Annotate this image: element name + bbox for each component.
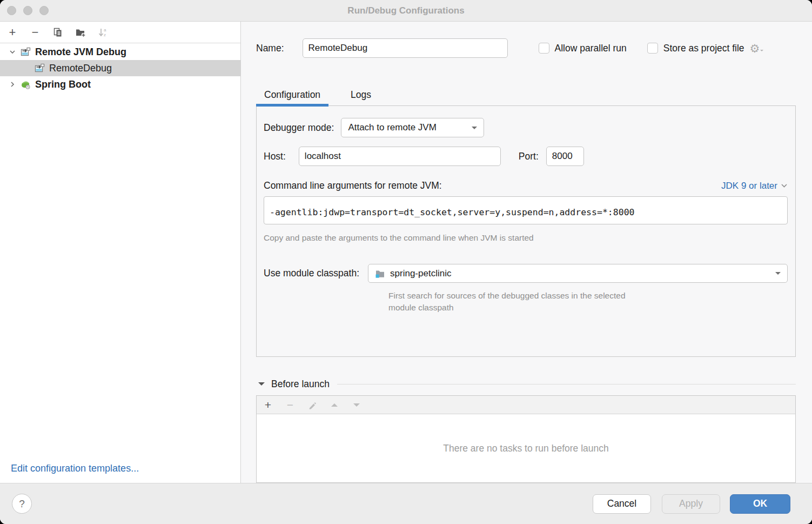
module-classpath-label: Use module classpath: xyxy=(264,268,359,279)
zoom-window-button[interactable] xyxy=(39,6,49,15)
ok-button[interactable]: OK xyxy=(730,494,790,514)
move-down-icon xyxy=(351,400,362,410)
remote-debug-icon xyxy=(21,47,31,57)
empty-tasks-message: There are no tasks to run before launch xyxy=(443,443,608,454)
add-task-button[interactable]: + xyxy=(263,400,273,410)
remove-task-button: − xyxy=(285,400,296,410)
sidebar-toolbar: + − xyxy=(0,22,240,43)
tree-item-remote-jvm-debug[interactable]: Remote JVM Debug xyxy=(0,44,240,60)
debugger-mode-label: Debugger mode: xyxy=(264,122,334,134)
classpath-hint-text: First search for sources of the debugged… xyxy=(388,290,788,314)
module-classpath-value: spring-petclinic xyxy=(390,268,451,279)
store-as-project-file-checkbox[interactable] xyxy=(647,43,658,54)
host-label: Host: xyxy=(264,151,286,162)
tab-configuration[interactable]: Configuration xyxy=(256,84,328,105)
command-line-args-label: Command line arguments for remote JVM: xyxy=(264,180,442,191)
cancel-button[interactable]: Cancel xyxy=(593,494,651,514)
new-folder-icon[interactable] xyxy=(75,26,86,38)
minimize-window-button[interactable] xyxy=(23,6,32,15)
configuration-editor: Name: Allow parallel run Store as projec… xyxy=(241,22,812,483)
name-label: Name: xyxy=(256,43,284,54)
host-input[interactable] xyxy=(299,147,501,166)
dialog-footer: ? Cancel Apply OK xyxy=(0,483,812,524)
configurations-tree: Remote JVM Debug RemoteDebug xyxy=(0,43,240,92)
module-classpath-select[interactable]: spring-petclinic xyxy=(368,264,788,283)
tree-item-remotedebug[interactable]: RemoteDebug xyxy=(0,60,240,76)
debugger-mode-select[interactable]: Attach to remote JVM xyxy=(341,118,484,137)
add-configuration-button[interactable]: + xyxy=(6,26,18,38)
configuration-panel: Debugger mode: Attach to remote JVM Host… xyxy=(256,105,796,357)
tree-item-spring-boot[interactable]: Spring Boot xyxy=(0,76,240,92)
dropdown-arrow-icon xyxy=(472,127,477,132)
port-input[interactable] xyxy=(546,147,584,166)
dropdown-arrow-icon xyxy=(775,272,781,277)
before-launch-toolbar: + − xyxy=(257,396,795,414)
copy-configuration-icon[interactable] xyxy=(52,26,64,38)
before-launch-header[interactable]: Before launch xyxy=(256,378,796,390)
before-launch-title: Before launch xyxy=(271,379,330,390)
move-up-icon xyxy=(329,400,340,410)
spring-boot-icon xyxy=(21,79,31,90)
before-launch-panel: + − There are no tasks to run before lau… xyxy=(256,395,796,483)
svg-text:z: z xyxy=(104,32,106,37)
collapse-triangle-icon[interactable] xyxy=(258,382,265,389)
jdk-version-select[interactable]: JDK 9 or later xyxy=(721,181,788,191)
window-title: Run/Debug Configurations xyxy=(0,5,812,16)
configurations-sidebar: + − xyxy=(0,22,241,483)
store-as-project-file-label[interactable]: Store as project file xyxy=(663,43,744,54)
module-icon xyxy=(375,269,385,278)
tree-item-label: Remote JVM Debug xyxy=(35,47,126,58)
divider xyxy=(337,384,796,384)
chevron-down-icon xyxy=(781,183,788,188)
tree-item-label: RemoteDebug xyxy=(49,63,112,74)
command-line-args-input[interactable] xyxy=(264,197,787,224)
store-settings-gear-icon[interactable]: ⚙ xyxy=(750,43,760,54)
chevron-right-icon[interactable] xyxy=(9,81,16,88)
allow-parallel-run-label[interactable]: Allow parallel run xyxy=(555,43,627,54)
tab-logs[interactable]: Logs xyxy=(343,84,379,105)
edit-configuration-templates-link[interactable]: Edit configuration templates... xyxy=(11,463,139,474)
tree-item-label: Spring Boot xyxy=(35,79,91,90)
traffic-lights xyxy=(7,6,49,15)
before-launch-task-list: There are no tasks to run before launch xyxy=(257,414,795,482)
edit-task-pencil-icon xyxy=(307,400,318,410)
close-window-button[interactable] xyxy=(7,6,16,15)
jdk-version-value: JDK 9 or later xyxy=(721,181,777,191)
run-debug-configurations-dialog: Run/Debug Configurations + − xyxy=(0,0,812,524)
remote-debug-icon xyxy=(35,63,45,74)
apply-button: Apply xyxy=(662,494,720,514)
port-label: Port: xyxy=(519,151,539,162)
debugger-mode-value: Attach to remote JVM xyxy=(348,122,436,133)
allow-parallel-run-checkbox[interactable] xyxy=(539,43,549,54)
titlebar: Run/Debug Configurations xyxy=(0,0,812,22)
name-input[interactable] xyxy=(303,38,508,58)
sort-alphabetically-icon: a z xyxy=(97,26,109,38)
editor-tabs: Configuration Logs xyxy=(256,84,796,105)
chevron-down-icon[interactable] xyxy=(9,48,16,56)
help-button[interactable]: ? xyxy=(12,494,32,514)
svg-text:a: a xyxy=(104,28,106,32)
command-line-args-field[interactable] xyxy=(264,196,788,224)
args-hint-text: Copy and paste the arguments to the comm… xyxy=(264,233,788,243)
remove-configuration-button[interactable]: − xyxy=(29,26,41,38)
